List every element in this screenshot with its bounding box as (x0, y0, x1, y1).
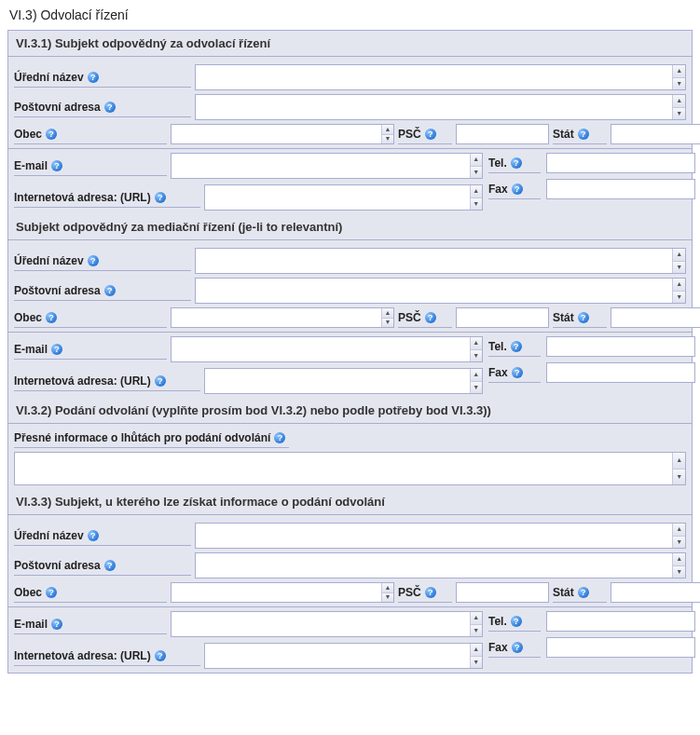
tel-input[interactable] (546, 336, 695, 357)
help-icon[interactable] (51, 619, 62, 630)
stepper-up-icon[interactable]: ▲ (382, 583, 393, 593)
help-icon[interactable] (51, 160, 62, 171)
help-icon[interactable] (155, 650, 166, 661)
deadline-info-input[interactable]: ▲ ▼ (14, 452, 686, 485)
help-icon[interactable] (46, 587, 57, 598)
section-vi31-header: VI.3.1) Subjekt odpovědný za odvolací ří… (8, 31, 692, 57)
stepper-up-icon[interactable]: ▲ (673, 249, 685, 262)
label-state: Stát (553, 128, 574, 141)
postal-address-input[interactable]: ▲ ▼ (195, 94, 686, 120)
email-input[interactable]: ▲ ▼ (171, 336, 483, 362)
help-icon[interactable] (51, 344, 62, 355)
stepper-down-icon[interactable]: ▼ (382, 319, 393, 328)
stepper-down-icon[interactable]: ▼ (471, 350, 482, 362)
stepper-up-icon[interactable]: ▲ (471, 644, 482, 657)
help-icon[interactable] (511, 616, 522, 627)
stepper-down-icon[interactable]: ▼ (673, 537, 685, 549)
city-input[interactable]: ▲ ▼ (171, 124, 394, 144)
help-icon[interactable] (88, 72, 99, 83)
label-state: Stát (553, 586, 574, 599)
stepper-down-icon[interactable]: ▼ (471, 382, 482, 394)
stepper-down-icon[interactable]: ▼ (382, 593, 393, 603)
official-name-input[interactable]: ▲ ▼ (195, 248, 686, 274)
psc-input[interactable] (456, 582, 549, 603)
stepper-up-icon[interactable]: ▲ (471, 185, 482, 198)
stepper-up-icon[interactable]: ▲ (471, 154, 482, 167)
tel-input[interactable] (546, 611, 695, 632)
fax-input[interactable] (546, 179, 695, 199)
label-tel: Tel. (488, 157, 507, 170)
url-input[interactable]: ▲ ▼ (204, 184, 483, 211)
help-icon[interactable] (46, 129, 57, 140)
label-postal-address: Poštovní adresa (14, 101, 101, 114)
state-input[interactable] (611, 124, 700, 144)
stepper-down-icon[interactable]: ▼ (471, 198, 482, 211)
postal-address-input[interactable]: ▲ ▼ (195, 552, 686, 578)
stepper-down-icon[interactable]: ▼ (471, 625, 482, 637)
city-input[interactable]: ▲ ▼ (171, 582, 394, 603)
stepper-up-icon[interactable]: ▲ (382, 125, 393, 135)
stepper-up-icon[interactable]: ▲ (471, 612, 482, 625)
url-input[interactable]: ▲ ▼ (204, 643, 483, 669)
stepper-down-icon[interactable]: ▼ (673, 566, 685, 578)
stepper-up-icon[interactable]: ▲ (471, 369, 482, 382)
help-icon[interactable] (511, 341, 522, 352)
official-name-input[interactable]: ▲ ▼ (195, 64, 686, 90)
city-input[interactable]: ▲ ▼ (171, 307, 394, 328)
help-icon[interactable] (155, 375, 166, 387)
fax-input[interactable] (546, 362, 695, 383)
official-name-input[interactable]: ▲ ▼ (195, 523, 686, 549)
stepper-down-icon[interactable]: ▼ (673, 262, 685, 274)
state-input[interactable] (611, 582, 700, 603)
email-input[interactable]: ▲ ▼ (171, 153, 483, 179)
stepper-down-icon[interactable]: ▼ (673, 78, 685, 90)
stepper-down-icon[interactable]: ▼ (471, 657, 482, 669)
stepper-up-icon[interactable]: ▲ (673, 553, 685, 566)
stepper-down-icon[interactable]: ▼ (673, 108, 685, 120)
fax-input[interactable] (546, 637, 695, 658)
stepper-up-icon[interactable]: ▲ (673, 65, 685, 78)
help-icon[interactable] (155, 192, 166, 203)
help-icon[interactable] (104, 102, 116, 113)
psc-input[interactable] (456, 307, 549, 328)
help-icon[interactable] (512, 367, 523, 378)
help-icon[interactable] (578, 587, 589, 598)
stepper-up-icon[interactable]: ▲ (673, 453, 685, 470)
help-icon[interactable] (425, 312, 436, 323)
help-icon[interactable] (425, 129, 436, 140)
stepper-down-icon[interactable]: ▼ (673, 292, 685, 304)
help-icon[interactable] (88, 255, 99, 266)
form-panel: VI.3.1) Subjekt odpovědný za odvolací ří… (7, 30, 693, 674)
label-city: Obec (14, 128, 42, 141)
label-postal-address: Poštovní adresa (14, 284, 101, 297)
help-icon[interactable] (512, 642, 523, 653)
help-icon[interactable] (425, 587, 436, 598)
label-postal-address: Poštovní adresa (14, 559, 101, 572)
label-tel: Tel. (488, 340, 507, 353)
help-icon[interactable] (578, 312, 589, 323)
help-icon[interactable] (88, 530, 99, 541)
stepper-up-icon[interactable]: ▲ (382, 308, 393, 319)
help-icon[interactable] (511, 157, 522, 169)
help-icon[interactable] (512, 184, 523, 195)
tel-input[interactable] (546, 153, 695, 173)
postal-address-input[interactable]: ▲ ▼ (195, 278, 686, 304)
psc-input[interactable] (456, 124, 549, 144)
stepper-up-icon[interactable]: ▲ (673, 279, 685, 292)
help-icon[interactable] (104, 560, 116, 571)
help-icon[interactable] (104, 285, 116, 296)
help-icon[interactable] (46, 312, 57, 323)
label-url: Internetová adresa: (URL) (14, 649, 151, 662)
email-input[interactable]: ▲ ▼ (171, 611, 483, 637)
stepper-down-icon[interactable]: ▼ (382, 135, 393, 144)
stepper-up-icon[interactable]: ▲ (673, 95, 685, 108)
url-input[interactable]: ▲ ▼ (204, 368, 483, 394)
stepper-down-icon[interactable]: ▼ (471, 167, 482, 179)
stepper-up-icon[interactable]: ▲ (673, 524, 685, 537)
state-input[interactable] (611, 307, 700, 328)
label-official-name: Úřední název (14, 71, 84, 84)
help-icon[interactable] (274, 432, 285, 443)
stepper-up-icon[interactable]: ▲ (471, 337, 482, 350)
help-icon[interactable] (578, 129, 589, 140)
stepper-down-icon[interactable]: ▼ (673, 470, 685, 485)
